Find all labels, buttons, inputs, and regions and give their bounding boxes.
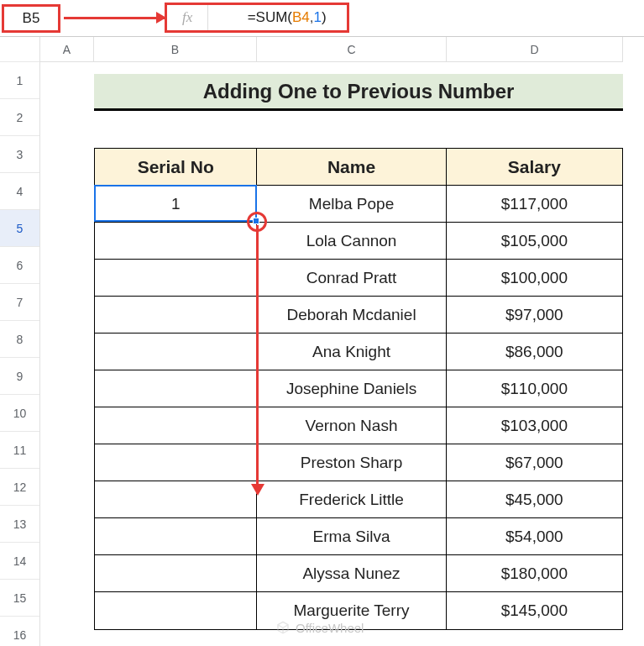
table-row: Lola Cannon $105,000 [95, 223, 622, 260]
cell-name[interactable]: Frederick Little [257, 481, 446, 518]
cell-name[interactable]: Melba Pope [257, 186, 446, 223]
row-header[interactable]: 8 [0, 321, 39, 358]
formula-num: 1 [314, 9, 322, 25]
row-header[interactable]: 5 [0, 210, 39, 247]
table-row: 1 Melba Pope $117,000 [95, 186, 622, 223]
header-serial[interactable]: Serial No [95, 149, 257, 186]
cell-salary[interactable]: $117,000 [447, 186, 622, 223]
table-row: Preston Sharp $67,000 [95, 444, 622, 481]
cell-salary[interactable]: $100,000 [447, 260, 622, 297]
cell-salary[interactable]: $103,000 [447, 407, 622, 444]
cell-salary[interactable]: $110,000 [447, 370, 622, 407]
row-header[interactable]: 10 [0, 395, 39, 432]
cell-serial[interactable] [95, 407, 257, 444]
name-box[interactable]: B5 [2, 4, 60, 33]
cell-serial[interactable] [95, 297, 257, 334]
row-header[interactable]: 7 [0, 284, 39, 321]
table-row: Josephine Daniels $110,000 [95, 370, 622, 407]
annotation-arrow-right [64, 17, 165, 19]
sheet-grid: 1 2 3 4 5 6 7 8 9 10 11 12 13 14 15 16 A… [0, 37, 644, 646]
cell-serial[interactable]: 1 [95, 186, 257, 223]
row-header-gutter: 1 2 3 4 5 6 7 8 9 10 11 12 13 14 15 16 [0, 37, 40, 646]
row-header[interactable]: 15 [0, 580, 39, 617]
table-row: Deborah Mcdaniel $97,000 [95, 297, 622, 334]
cell-serial[interactable] [95, 260, 257, 297]
cell-serial[interactable] [95, 555, 257, 592]
col-header[interactable]: B [94, 37, 257, 62]
formula-eq: = [248, 9, 256, 25]
table-row: Alyssa Nunez $180,000 [95, 555, 622, 592]
cell-salary[interactable]: $45,000 [447, 481, 622, 518]
data-table: Serial No Name Salary 1 Melba Pope $117,… [94, 148, 623, 630]
table-row: Ana Knight $86,000 [95, 334, 622, 370]
formula-ref: B4 [292, 9, 310, 25]
cell-salary[interactable]: $145,000 [447, 592, 622, 629]
cell-serial[interactable] [95, 334, 257, 370]
row-header[interactable]: 1 [0, 62, 39, 99]
cell-serial[interactable] [95, 518, 257, 555]
cell-serial[interactable] [95, 481, 257, 518]
formula-fn: SUM [256, 9, 288, 25]
cell-name[interactable]: Preston Sharp [257, 444, 446, 481]
row-header[interactable]: 3 [0, 136, 39, 173]
cell-serial[interactable] [95, 223, 257, 260]
cell-salary[interactable]: $97,000 [447, 297, 622, 334]
row-header[interactable]: 11 [0, 432, 39, 469]
cell-serial[interactable] [95, 444, 257, 481]
cell-name[interactable]: Erma Silva [257, 518, 446, 555]
cell-name[interactable]: Ana Knight [257, 334, 446, 370]
table-header-row: Serial No Name Salary [95, 149, 622, 186]
row-header[interactable]: 13 [0, 506, 39, 543]
col-header[interactable]: A [40, 37, 94, 62]
cell-name[interactable]: Marguerite Terry [257, 592, 446, 629]
formula-close: ) [322, 9, 327, 25]
cell-name[interactable]: Conrad Pratt [257, 260, 446, 297]
row-header[interactable]: 16 [0, 617, 39, 646]
table-row: Conrad Pratt $100,000 [95, 260, 622, 297]
column-header-row: A B C D [40, 37, 644, 62]
row-header[interactable]: 12 [0, 469, 39, 506]
cell-salary[interactable]: $180,000 [447, 555, 622, 592]
fx-icon: fx [167, 5, 208, 30]
cell-salary[interactable]: $86,000 [447, 334, 622, 370]
select-all-corner[interactable] [0, 37, 39, 62]
col-header[interactable]: C [257, 37, 447, 62]
formula-bar[interactable]: fx =SUM(B4,1) [165, 3, 349, 33]
sheet-columns: A B C D Adding One to Previous Number Se… [40, 37, 644, 646]
cell-name[interactable]: Deborah Mcdaniel [257, 297, 446, 334]
header-salary[interactable]: Salary [447, 149, 622, 186]
cell-name[interactable]: Lola Cannon [257, 223, 446, 260]
table-row: Erma Silva $54,000 [95, 518, 622, 555]
sheet-title: Adding One to Previous Number [94, 74, 623, 111]
cell-name[interactable]: Vernon Nash [257, 407, 446, 444]
cell-serial[interactable] [95, 370, 257, 407]
formula-bar-row: B5 fx =SUM(B4,1) [0, 0, 644, 37]
cell-serial[interactable] [95, 592, 257, 629]
row-header[interactable]: 9 [0, 358, 39, 395]
header-name[interactable]: Name [257, 149, 446, 186]
table-row: Marguerite Terry $145,000 [95, 592, 622, 629]
table-row: Frederick Little $45,000 [95, 481, 622, 518]
row-header[interactable]: 4 [0, 173, 39, 210]
cell-name[interactable]: Josephine Daniels [257, 370, 446, 407]
cell-salary[interactable]: $54,000 [447, 518, 622, 555]
cell-salary[interactable]: $67,000 [447, 444, 622, 481]
cell-name[interactable]: Alyssa Nunez [257, 555, 446, 592]
table-row: Vernon Nash $103,000 [95, 407, 622, 444]
row-header[interactable]: 14 [0, 543, 39, 580]
row-header[interactable]: 2 [0, 99, 39, 136]
cell-salary[interactable]: $105,000 [447, 223, 622, 260]
col-header[interactable]: D [447, 37, 623, 62]
row-header[interactable]: 6 [0, 247, 39, 284]
